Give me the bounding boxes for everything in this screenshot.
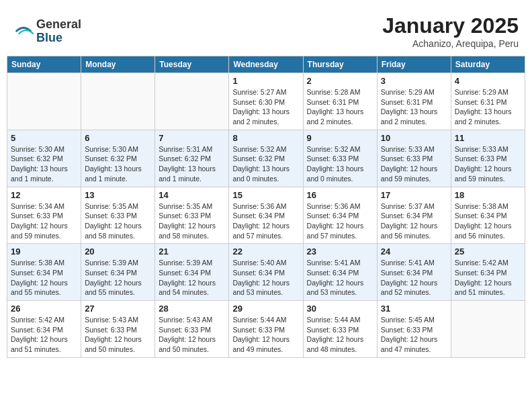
logo-blue-text: Blue xyxy=(36,32,81,45)
calendar-cell: 30Sunrise: 5:44 AMSunset: 6:33 PMDayligh… xyxy=(303,301,377,358)
day-info: Sunrise: 5:41 AMSunset: 6:34 PMDaylight:… xyxy=(307,258,373,298)
day-info: Sunrise: 5:29 AMSunset: 6:31 PMDaylight:… xyxy=(455,87,521,127)
day-number: 3 xyxy=(381,76,447,86)
day-info: Sunrise: 5:45 AMSunset: 6:33 PMDaylight:… xyxy=(381,315,447,355)
calendar-week-row: 5Sunrise: 5:30 AMSunset: 6:32 PMDaylight… xyxy=(7,130,525,187)
day-number: 12 xyxy=(11,190,77,200)
logo: General Blue xyxy=(13,18,81,45)
day-number: 31 xyxy=(381,304,447,314)
day-info: Sunrise: 5:33 AMSunset: 6:33 PMDaylight:… xyxy=(455,144,521,184)
day-info: Sunrise: 5:44 AMSunset: 6:33 PMDaylight:… xyxy=(232,315,299,355)
day-number: 10 xyxy=(381,133,447,143)
calendar-week-row: 1Sunrise: 5:27 AMSunset: 6:30 PMDaylight… xyxy=(7,73,525,130)
day-info: Sunrise: 5:32 AMSunset: 6:32 PMDaylight:… xyxy=(232,144,299,184)
day-info: Sunrise: 5:39 AMSunset: 6:34 PMDaylight:… xyxy=(85,258,151,298)
day-info: Sunrise: 5:36 AMSunset: 6:34 PMDaylight:… xyxy=(232,201,299,241)
calendar-cell: 23Sunrise: 5:41 AMSunset: 6:34 PMDayligh… xyxy=(303,244,377,301)
day-number: 23 xyxy=(307,246,373,257)
calendar-cell: 15Sunrise: 5:36 AMSunset: 6:34 PMDayligh… xyxy=(229,187,303,244)
day-number: 9 xyxy=(307,133,373,143)
calendar-cell: 24Sunrise: 5:41 AMSunset: 6:34 PMDayligh… xyxy=(377,244,451,301)
calendar-cell: 12Sunrise: 5:34 AMSunset: 6:33 PMDayligh… xyxy=(7,187,81,244)
day-number: 26 xyxy=(11,304,77,314)
day-info: Sunrise: 5:32 AMSunset: 6:33 PMDaylight:… xyxy=(307,144,373,184)
day-number: 6 xyxy=(85,133,151,143)
day-number: 2 xyxy=(307,76,373,86)
day-info: Sunrise: 5:36 AMSunset: 6:34 PMDaylight:… xyxy=(307,201,373,241)
calendar-table: SundayMondayTuesdayWednesdayThursdayFrid… xyxy=(7,56,525,358)
title-area: January 2025 Achanizo, Arequipa, Peru xyxy=(382,13,519,49)
day-number: 28 xyxy=(159,304,225,314)
location-text: Achanizo, Arequipa, Peru xyxy=(382,38,519,49)
day-number: 11 xyxy=(455,133,521,143)
day-info: Sunrise: 5:40 AMSunset: 6:34 PMDaylight:… xyxy=(232,258,299,298)
weekday-header: Sunday xyxy=(7,56,81,73)
calendar-cell: 16Sunrise: 5:36 AMSunset: 6:34 PMDayligh… xyxy=(303,187,377,244)
day-number: 15 xyxy=(232,190,299,200)
calendar-cell: 4Sunrise: 5:29 AMSunset: 6:31 PMDaylight… xyxy=(451,73,525,130)
calendar-cell: 10Sunrise: 5:33 AMSunset: 6:33 PMDayligh… xyxy=(377,130,451,187)
day-info: Sunrise: 5:30 AMSunset: 6:32 PMDaylight:… xyxy=(85,144,151,184)
day-info: Sunrise: 5:38 AMSunset: 6:34 PMDaylight:… xyxy=(455,201,521,241)
calendar-cell: 8Sunrise: 5:32 AMSunset: 6:32 PMDaylight… xyxy=(229,130,303,187)
day-number: 13 xyxy=(85,190,151,200)
calendar-cell: 21Sunrise: 5:39 AMSunset: 6:34 PMDayligh… xyxy=(155,244,229,301)
day-info: Sunrise: 5:28 AMSunset: 6:31 PMDaylight:… xyxy=(307,87,373,127)
day-info: Sunrise: 5:27 AMSunset: 6:30 PMDaylight:… xyxy=(232,87,299,127)
calendar-cell: 1Sunrise: 5:27 AMSunset: 6:30 PMDaylight… xyxy=(229,73,303,130)
day-info: Sunrise: 5:41 AMSunset: 6:34 PMDaylight:… xyxy=(381,258,447,298)
weekday-header: Tuesday xyxy=(155,56,229,73)
calendar-cell: 17Sunrise: 5:37 AMSunset: 6:34 PMDayligh… xyxy=(377,187,451,244)
weekday-header: Monday xyxy=(81,56,155,73)
calendar-cell: 25Sunrise: 5:42 AMSunset: 6:34 PMDayligh… xyxy=(451,244,525,301)
day-number: 30 xyxy=(307,304,373,314)
day-number: 27 xyxy=(85,304,151,314)
weekday-header: Friday xyxy=(377,56,451,73)
calendar-cell: 31Sunrise: 5:45 AMSunset: 6:33 PMDayligh… xyxy=(377,301,451,358)
weekday-header: Thursday xyxy=(303,56,377,73)
day-info: Sunrise: 5:35 AMSunset: 6:33 PMDaylight:… xyxy=(159,201,225,241)
calendar-cell xyxy=(451,301,525,358)
day-info: Sunrise: 5:43 AMSunset: 6:33 PMDaylight:… xyxy=(85,315,151,355)
weekday-header: Saturday xyxy=(451,56,525,73)
calendar-cell xyxy=(7,73,81,130)
day-number: 16 xyxy=(307,190,373,200)
day-number: 29 xyxy=(232,304,299,314)
day-number: 4 xyxy=(455,76,521,86)
day-number: 5 xyxy=(11,133,77,143)
day-info: Sunrise: 5:37 AMSunset: 6:34 PMDaylight:… xyxy=(381,201,447,241)
logo-icon xyxy=(13,21,34,42)
day-info: Sunrise: 5:44 AMSunset: 6:33 PMDaylight:… xyxy=(307,315,373,355)
calendar-cell: 5Sunrise: 5:30 AMSunset: 6:32 PMDaylight… xyxy=(7,130,81,187)
day-number: 7 xyxy=(159,133,225,143)
calendar-cell: 22Sunrise: 5:40 AMSunset: 6:34 PMDayligh… xyxy=(229,244,303,301)
calendar-cell: 2Sunrise: 5:28 AMSunset: 6:31 PMDaylight… xyxy=(303,73,377,130)
day-number: 1 xyxy=(232,76,299,86)
calendar-cell: 11Sunrise: 5:33 AMSunset: 6:33 PMDayligh… xyxy=(451,130,525,187)
day-number: 19 xyxy=(11,246,77,257)
day-info: Sunrise: 5:42 AMSunset: 6:34 PMDaylight:… xyxy=(455,258,521,298)
day-number: 24 xyxy=(381,246,447,257)
calendar-week-row: 19Sunrise: 5:38 AMSunset: 6:34 PMDayligh… xyxy=(7,244,525,301)
calendar-cell: 19Sunrise: 5:38 AMSunset: 6:34 PMDayligh… xyxy=(7,244,81,301)
day-number: 20 xyxy=(85,246,151,257)
calendar-cell: 3Sunrise: 5:29 AMSunset: 6:31 PMDaylight… xyxy=(377,73,451,130)
day-info: Sunrise: 5:43 AMSunset: 6:33 PMDaylight:… xyxy=(159,315,225,355)
day-info: Sunrise: 5:34 AMSunset: 6:33 PMDaylight:… xyxy=(11,201,77,241)
day-info: Sunrise: 5:38 AMSunset: 6:34 PMDaylight:… xyxy=(11,258,77,298)
day-info: Sunrise: 5:30 AMSunset: 6:32 PMDaylight:… xyxy=(11,144,77,184)
day-info: Sunrise: 5:35 AMSunset: 6:33 PMDaylight:… xyxy=(85,201,151,241)
calendar-cell: 29Sunrise: 5:44 AMSunset: 6:33 PMDayligh… xyxy=(229,301,303,358)
day-info: Sunrise: 5:33 AMSunset: 6:33 PMDaylight:… xyxy=(381,144,447,184)
day-number: 14 xyxy=(159,190,225,200)
calendar-cell: 9Sunrise: 5:32 AMSunset: 6:33 PMDaylight… xyxy=(303,130,377,187)
calendar-cell: 27Sunrise: 5:43 AMSunset: 6:33 PMDayligh… xyxy=(81,301,155,358)
month-title: January 2025 xyxy=(382,13,519,38)
calendar-cell: 20Sunrise: 5:39 AMSunset: 6:34 PMDayligh… xyxy=(81,244,155,301)
weekday-header-row: SundayMondayTuesdayWednesdayThursdayFrid… xyxy=(7,56,525,73)
calendar-week-row: 12Sunrise: 5:34 AMSunset: 6:33 PMDayligh… xyxy=(7,187,525,244)
calendar-header: SundayMondayTuesdayWednesdayThursdayFrid… xyxy=(7,56,525,73)
calendar-cell xyxy=(81,73,155,130)
calendar-cell: 18Sunrise: 5:38 AMSunset: 6:34 PMDayligh… xyxy=(451,187,525,244)
calendar-cell: 13Sunrise: 5:35 AMSunset: 6:33 PMDayligh… xyxy=(81,187,155,244)
